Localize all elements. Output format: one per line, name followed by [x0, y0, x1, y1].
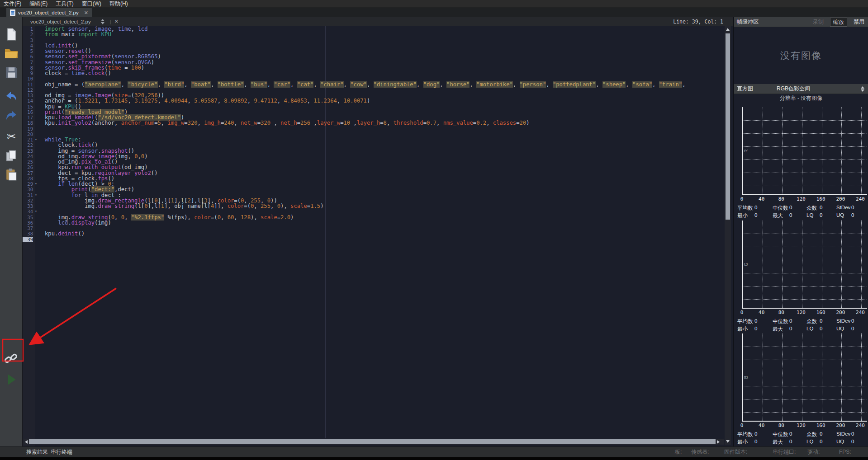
x-axis-ticks: 04080120160200240	[742, 196, 868, 202]
status-tab-2[interactable]: 串行终端	[48, 447, 75, 457]
tick-label: 240	[856, 196, 865, 202]
colorspace-dropdown-icon[interactable]	[861, 86, 864, 92]
stat-value: 0	[820, 326, 822, 331]
histogram-grid: G	[742, 221, 867, 309]
code-line[interactable]: 14anchor = (1.3221, 1.73145, 3.19275, 4.…	[23, 98, 733, 103]
tick-label: 80	[778, 310, 784, 315]
code-line[interactable]: 2from maix import KPU	[23, 32, 733, 37]
code-line[interactable]: 15kpu = KPU()	[23, 104, 733, 109]
copy-button[interactable]	[0, 146, 23, 164]
code-line[interactable]: 30 print("dect:",dect)	[23, 187, 733, 192]
no-image-text: 没有图像	[780, 49, 822, 62]
redo-button[interactable]	[0, 107, 23, 125]
tick-label: 160	[816, 422, 825, 428]
colorspace-select[interactable]: RGB色彩空间	[777, 85, 810, 93]
scroll-right-icon[interactable]	[717, 440, 720, 444]
stat-value: 0	[820, 212, 822, 218]
code-text: kpu.init_yolo2(anchor, anchor_num=5, img…	[45, 120, 530, 126]
vertical-scrollbar[interactable]	[725, 26, 731, 445]
fold-marker-icon	[33, 82, 39, 87]
file-spinner[interactable]	[101, 19, 104, 24]
code-text: anchor = (1.3221, 1.73145, 3.19275, 4.00…	[45, 98, 370, 103]
code-line[interactable]: 19	[23, 126, 733, 131]
line-number: 4	[23, 43, 33, 48]
fold-marker-icon[interactable]: ▾	[33, 209, 39, 214]
stat-label: 平均数	[737, 318, 753, 325]
scroll-left-icon[interactable]	[25, 440, 28, 444]
code-line[interactable]: 11obj_name = ("aeroplane", "bicycle", "b…	[23, 82, 733, 87]
code-line[interactable]: 39	[23, 237, 733, 242]
code-line[interactable]: 24 od_img.draw_image(img, 0,0)	[23, 154, 733, 159]
status-field-1: 板:	[675, 447, 682, 457]
stat-label: 最大	[773, 326, 783, 333]
line-number: 23	[23, 148, 33, 154]
python-file-icon	[10, 9, 15, 16]
menu-item-4[interactable]: 窗口(W)	[82, 0, 101, 8]
line-number: 8	[23, 65, 33, 70]
file-close-icon[interactable]: ✕	[114, 19, 119, 24]
fold-marker-icon[interactable]: ▾	[33, 181, 39, 187]
cut-button[interactable]: ✂	[0, 127, 23, 146]
fold-marker-icon	[33, 231, 39, 236]
channel-label-g: G	[744, 261, 749, 268]
menu-item-5[interactable]: 帮助(H)	[109, 0, 128, 8]
code-line[interactable]: 4lcd.init()	[23, 43, 733, 48]
file-selector[interactable]: voc20_object_detect_2.py	[30, 19, 91, 24]
code-line[interactable]: 38kpu.deinit()	[23, 231, 733, 236]
scroll-down-icon[interactable]	[726, 440, 730, 443]
scroll-up-icon[interactable]	[726, 28, 730, 31]
stat-value: 0	[851, 205, 854, 210]
horizontal-scrollbar[interactable]	[24, 439, 724, 445]
new-file-button[interactable]	[0, 25, 23, 43]
stat-value: 0	[754, 205, 757, 210]
open-file-button[interactable]	[0, 44, 23, 62]
code-line[interactable]: 21▾while True:	[23, 137, 733, 142]
vertical-scroll-thumb[interactable]	[726, 33, 730, 220]
zoom-button[interactable]: 缩放	[830, 18, 847, 27]
disable-button[interactable]: 禁用	[854, 18, 864, 26]
fold-marker-icon[interactable]: ▾	[33, 192, 39, 198]
editor-tab[interactable]: voc20_object_detect_2.py ✕	[6, 8, 92, 17]
undo-button[interactable]	[0, 88, 23, 106]
code-line[interactable]: 8sensor.skip_frames(time = 100)	[23, 65, 733, 70]
stat-label: 最小	[737, 212, 748, 219]
code-line[interactable]: 37	[23, 225, 733, 231]
tab-close-icon[interactable]: ✕	[84, 10, 88, 16]
copy-icon	[5, 150, 17, 162]
fold-marker-icon	[33, 93, 39, 98]
code-line[interactable]: 35 img.draw_string(0, 0, "%2.1ffps" %(fp…	[23, 215, 733, 220]
code-line[interactable]: 20	[23, 131, 733, 137]
stat-value: 0	[754, 212, 757, 218]
stats-row: 最小0最大0LQ0UQ0	[734, 212, 868, 219]
code-line[interactable]: 33 img.draw_string(l[0],l[1], obj_name[l…	[23, 203, 733, 209]
histogram-header: 直方图 RGB色彩空间	[734, 84, 868, 94]
line-number: 5	[23, 48, 33, 54]
record-button[interactable]: 录制	[813, 18, 824, 26]
connect-button[interactable]	[0, 349, 23, 367]
code-line[interactable]: 27 dect = kpu.regionlayer_yolo2()	[23, 170, 733, 176]
status-tab-1[interactable]: 搜索结果	[24, 447, 51, 457]
status-field-2: 传感器:	[691, 447, 709, 457]
paste-icon	[5, 168, 17, 181]
code-line[interactable]: 18kpu.init_yolo2(anchor, anchor_num=5, i…	[23, 120, 733, 126]
save-file-button[interactable]	[0, 63, 23, 81]
menu-item-2[interactable]: 编辑(E)	[29, 0, 47, 8]
code-line[interactable]: 9clock = time.clock()	[23, 70, 733, 76]
line-number: 38	[23, 231, 33, 236]
stat-value: 0	[789, 439, 792, 444]
code-line[interactable]: 28 fps = clock.fps()	[23, 176, 733, 181]
code-line[interactable]: 3	[23, 38, 733, 43]
stat-label: 最大	[773, 439, 783, 446]
menu-item-3[interactable]: 工具(T)	[56, 0, 73, 8]
fold-marker-icon[interactable]: ▾	[33, 137, 39, 142]
paste-button[interactable]	[0, 165, 23, 183]
run-button[interactable]	[0, 371, 23, 389]
code-line[interactable]: 36 lcd.display(img)	[23, 220, 733, 225]
line-number: 10	[23, 76, 33, 81]
code-editor[interactable]: 1import sensor, image, time, lcd2from ma…	[23, 26, 733, 446]
menu-item-1[interactable]: 文件(F)	[4, 0, 21, 8]
code-text: img.draw_string(l[0],l[1], obj_name[l[4]…	[45, 203, 323, 209]
horizontal-scroll-thumb[interactable]	[29, 439, 716, 444]
code-line[interactable]: 1import sensor, image, time, lcd	[23, 26, 733, 32]
stat-value: 0	[789, 318, 792, 324]
